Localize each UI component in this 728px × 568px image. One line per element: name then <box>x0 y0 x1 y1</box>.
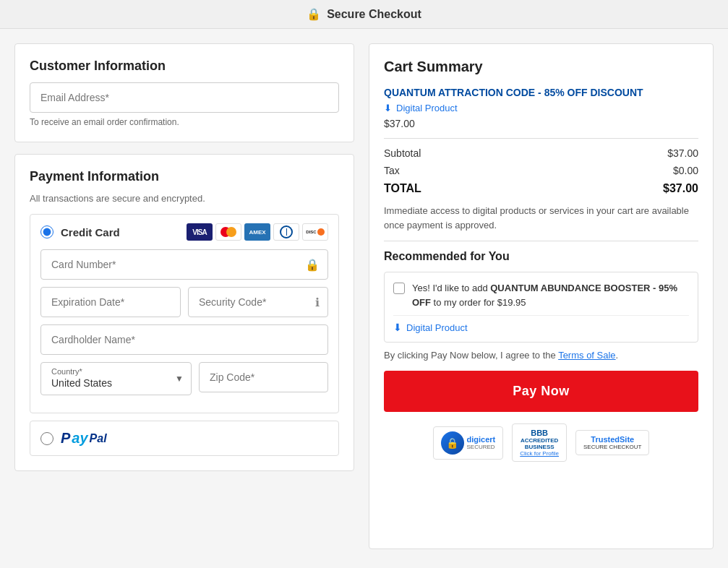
digicert-brand: digicert <box>467 435 496 444</box>
email-input[interactable] <box>30 82 339 113</box>
security-wrap: ℹ <box>188 287 328 317</box>
rec-download-icon: ⬇ <box>393 322 402 333</box>
diners-icon <box>273 223 299 241</box>
recommended-title: Recommended for You <box>384 250 698 263</box>
digicert-icon: 🔒 <box>441 431 464 455</box>
trustedsite-line2: SECURE CHECKOUT <box>583 444 641 450</box>
terms-period: . <box>616 350 619 361</box>
rec-top: Yes! I'd like to add QUANTUM ABUNDANCE B… <box>393 281 689 309</box>
rec-suffix: to my order for $19.95 <box>431 297 526 308</box>
expiry-input[interactable] <box>40 287 181 317</box>
paypal-logo: P ay Pal <box>61 430 107 447</box>
expiry-wrap <box>40 287 181 317</box>
subtotal-value: $37.00 <box>667 147 698 159</box>
left-panel: Customer Information To receive an email… <box>14 43 369 549</box>
zip-code-input[interactable] <box>199 362 328 392</box>
rec-intro: Yes! I'd like to add <box>412 283 490 293</box>
trustedsite-badge: TrustedSite SECURE CHECKOUT <box>575 430 649 455</box>
credit-card-radio[interactable] <box>40 225 53 238</box>
bbb-line3: BUSINESS <box>520 444 559 450</box>
lock-icon: 🔒 <box>307 7 321 21</box>
credit-card-label: Credit Card <box>61 226 120 238</box>
total-row: TOTAL $37.00 <box>384 182 698 195</box>
visa-icon: VISA <box>187 223 213 241</box>
cardholder-row <box>40 324 328 355</box>
bbb-line2: ACCREDITED <box>520 437 559 444</box>
credit-card-fields: 🔒 ℹ <box>30 249 338 413</box>
paypal-radio[interactable] <box>40 432 53 445</box>
credit-card-method: Credit Card VISA AMEX <box>30 214 339 413</box>
total-value: $37.00 <box>663 182 698 195</box>
payment-section-subtitle: All transactions are secure and encrypte… <box>30 193 339 204</box>
terms-text: By clicking Pay Now below, I agree to th… <box>384 350 698 361</box>
digicert-sub: SECURED <box>467 444 496 450</box>
info-icon: ℹ <box>315 296 320 309</box>
recommended-item: Yes! I'd like to add QUANTUM ABUNDANCE B… <box>384 272 698 343</box>
country-value: United States <box>51 377 112 389</box>
subtotal-label: Subtotal <box>384 147 421 159</box>
header-title: Secure Checkout <box>327 8 421 21</box>
email-hint: To receive an email order confirmation. <box>30 117 339 127</box>
cart-summary-panel: Cart Summary QUANTUM ATTRACTION CODE - 8… <box>369 43 714 549</box>
payment-section: Payment Information All transactions are… <box>14 154 354 471</box>
digital-label: Digital Product <box>396 103 458 113</box>
total-label: TOTAL <box>384 182 421 195</box>
cart-title: Cart Summary <box>384 59 698 75</box>
terms-prefix: By clicking Pay Now below, I agree to th… <box>384 350 556 361</box>
tax-value: $0.00 <box>673 165 698 176</box>
rec-text: Yes! I'd like to add QUANTUM ABUNDANCE B… <box>412 281 689 309</box>
trust-badges: 🔒 digicert SECURED BBB ACCREDITED BUSINE… <box>384 423 698 462</box>
bbb-badge: BBB ACCREDITED BUSINESS Click for Profil… <box>512 423 567 462</box>
terms-link[interactable]: Terms of Sale <box>558 350 615 361</box>
subtotal-row: Subtotal $37.00 <box>384 147 698 159</box>
security-code-input[interactable] <box>188 287 328 317</box>
digicert-badge: 🔒 digicert SECURED <box>433 426 504 460</box>
cardholder-input[interactable] <box>40 324 328 355</box>
expiry-security-row: ℹ <box>40 287 328 317</box>
discover-icon: DISC <box>302 223 328 241</box>
product-name: QUANTUM ATTRACTION CODE - 85% OFF DISCOU… <box>384 87 698 98</box>
tax-label: Tax <box>384 165 400 176</box>
secure-checkout-header: 🔒 Secure Checkout <box>0 0 728 29</box>
divider-1 <box>384 138 698 139</box>
payment-section-title: Payment Information <box>30 169 339 184</box>
tax-row: Tax $0.00 <box>384 165 698 176</box>
amex-icon: AMEX <box>244 223 270 241</box>
rec-digital-label: Digital Product <box>406 322 468 333</box>
zip-wrap <box>199 362 328 395</box>
card-icons: VISA AMEX <box>187 223 328 241</box>
rec-checkbox[interactable] <box>393 283 405 294</box>
download-icon: ⬇ <box>384 103 392 113</box>
trustedsite-line1: TrustedSite <box>583 435 641 444</box>
rec-product-row: ⬇ Digital Product <box>393 315 689 333</box>
digital-product-badge: ⬇ Digital Product <box>384 103 698 113</box>
bbb-click-link[interactable]: Click for Profile <box>520 450 559 457</box>
country-dropdown-arrow: ▼ <box>175 374 184 384</box>
bbb-line1: BBB <box>520 429 559 437</box>
country-zip-row: Country* United States ▼ <box>40 362 328 395</box>
card-number-input[interactable] <box>40 249 328 280</box>
country-field-wrap: Country* United States ▼ <box>40 362 192 395</box>
card-number-wrap: 🔒 <box>40 249 328 280</box>
customer-section-title: Customer Information <box>30 59 339 74</box>
customer-section: Customer Information To receive an email… <box>14 43 354 142</box>
product-price: $37.00 <box>384 118 698 129</box>
pay-now-button[interactable]: Pay Now <box>384 371 698 412</box>
lock-field-icon: 🔒 <box>305 258 320 272</box>
mastercard-icon <box>215 223 241 241</box>
access-note: Immediate access to digital products or … <box>384 204 698 232</box>
divider-2 <box>384 241 698 241</box>
country-label: Country* <box>51 367 181 376</box>
paypal-method[interactable]: P ay Pal <box>30 421 339 456</box>
